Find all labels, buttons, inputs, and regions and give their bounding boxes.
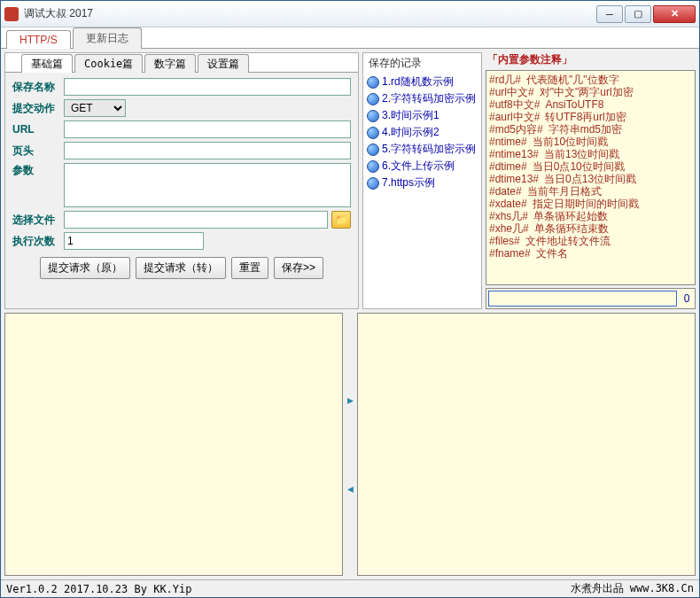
splitter[interactable]: ▶ ◀ [346, 313, 354, 576]
header-label: 页头 [12, 144, 60, 159]
save-button[interactable]: 保存>> [274, 257, 323, 279]
status-credit: 水煮舟出品 www.3K8.Cn [571, 581, 694, 596]
record-item[interactable]: 1.rd随机数示例 [363, 74, 481, 90]
globe-icon [367, 127, 379, 139]
action-select[interactable]: GET [64, 99, 126, 117]
search-input[interactable] [488, 291, 677, 307]
window-title: 调试大叔 2017 [24, 6, 596, 21]
tab-changelog[interactable]: 更新日志 [73, 27, 142, 49]
subtab-settings[interactable]: 设置篇 [198, 54, 249, 73]
record-label: 3.时间示例1 [382, 108, 439, 123]
browse-file-button[interactable]: 📁 [331, 211, 351, 229]
output-left-panel[interactable] [4, 313, 343, 576]
sub-tabbar: 基础篇 Cookie篇 数字篇 设置篇 [5, 53, 358, 73]
reset-button[interactable]: 重置 [231, 257, 268, 279]
save-name-input[interactable] [64, 78, 351, 96]
titlebar: 调试大叔 2017 ─ ▢ ✕ [1, 1, 699, 27]
tab-https[interactable]: HTTP/S [6, 30, 71, 49]
app-icon [4, 7, 19, 21]
submit-conv-button[interactable]: 提交请求（转） [136, 257, 226, 279]
main-tabbar: HTTP/S 更新日志 [1, 27, 699, 49]
search-count: 0 [681, 292, 693, 305]
paramref-line: #ntime#当前10位时间戳 [489, 136, 692, 148]
records-panel: 保存的记录 1.rd随机数示例2.字符转码加密示例3.时间示例14.时间示例25… [362, 52, 482, 309]
record-label: 5.字符转码加密示例 [382, 142, 476, 157]
globe-icon [367, 93, 379, 105]
subtab-cookie[interactable]: Cookie篇 [74, 54, 143, 73]
statusbar: Ver1.0.2 2017.10.23 By KK.Yip 水煮舟出品 www.… [1, 579, 699, 597]
paramref-line: #url中文#对"中文"两字url加密 [489, 86, 692, 98]
paramref-line: #fname#文件名 [489, 247, 692, 260]
save-name-label: 保存名称 [12, 80, 60, 95]
globe-icon [367, 160, 379, 173]
params-textarea[interactable] [64, 163, 351, 207]
subtab-number[interactable]: 数字篇 [144, 54, 196, 73]
url-label: URL [12, 123, 60, 136]
submit-raw-button[interactable]: 提交请求（原） [40, 257, 130, 279]
left-panel: 基础篇 Cookie篇 数字篇 设置篇 保存名称 提交动作 GET UR [4, 52, 359, 309]
paramref-line: #md5内容#字符串md5加密 [489, 123, 692, 136]
record-item[interactable]: 5.字符转码加密示例 [363, 141, 481, 158]
record-item[interactable]: 7.https示例 [363, 175, 481, 191]
folder-icon: 📁 [335, 214, 348, 226]
globe-icon [367, 144, 379, 156]
record-label: 6.文件上传示例 [382, 159, 455, 174]
status-version: Ver1.0.2 2017.10.23 By KK.Yip [6, 583, 571, 595]
file-input[interactable] [64, 211, 328, 229]
paramref-line: #date#当前年月日格式 [489, 185, 692, 198]
paramref-line: #aurl中文#转UTF8再url加密 [489, 111, 692, 123]
paramref-line: #dtime13#当日0点13位时间戳 [489, 173, 692, 185]
paramref-line: #dtime#当日0点10位时间戳 [489, 160, 692, 173]
count-label: 执行次数 [12, 234, 60, 249]
globe-icon [367, 177, 379, 190]
paramref-title: 「内置参数注释」 [486, 52, 696, 67]
subtab-basic[interactable]: 基础篇 [21, 54, 73, 73]
arrow-left-icon: ◀ [347, 485, 353, 493]
url-input[interactable] [64, 120, 351, 138]
record-item[interactable]: 4.时间示例2 [363, 124, 481, 141]
paramref-box: #rd几#代表随机"几"位数字#url中文#对"中文"两字url加密#utf8中… [486, 70, 696, 285]
action-label: 提交动作 [12, 101, 60, 116]
count-input[interactable] [64, 232, 204, 250]
record-label: 1.rd随机数示例 [382, 74, 454, 89]
paramref-line: #xhs几#单条循环起始数 [489, 210, 692, 222]
header-input[interactable] [64, 142, 351, 159]
records-header: 保存的记录 [363, 53, 481, 74]
paramref-line: #xdate#指定日期时间的时间戳 [489, 198, 692, 210]
file-label: 选择文件 [12, 213, 60, 228]
paramref-line: #ntime13#当前13位时间戳 [489, 148, 692, 160]
paramref-line: #utf8中文#AnsiToUTF8 [489, 98, 692, 111]
record-label: 2.字符转码加密示例 [382, 91, 476, 106]
paramref-line: #xhe几#单条循环结束数 [489, 222, 692, 235]
paramref-line: #rd几#代表随机"几"位数字 [489, 74, 692, 86]
record-label: 7.https示例 [382, 175, 435, 190]
record-item[interactable]: 3.时间示例1 [363, 107, 481, 124]
minimize-button[interactable]: ─ [596, 5, 623, 23]
globe-icon [367, 76, 379, 89]
paramref-line: #files#文件地址转文件流 [489, 235, 692, 247]
record-item[interactable]: 2.字符转码加密示例 [363, 90, 481, 107]
maximize-button[interactable]: ▢ [625, 5, 651, 23]
close-button[interactable]: ✕ [653, 5, 696, 23]
params-label: 参数 [12, 163, 60, 178]
globe-icon [367, 110, 379, 122]
output-right-panel[interactable] [357, 313, 696, 576]
record-label: 4.时间示例2 [382, 125, 439, 140]
arrow-right-icon: ▶ [347, 396, 353, 405]
record-item[interactable]: 6.文件上传示例 [363, 158, 481, 175]
